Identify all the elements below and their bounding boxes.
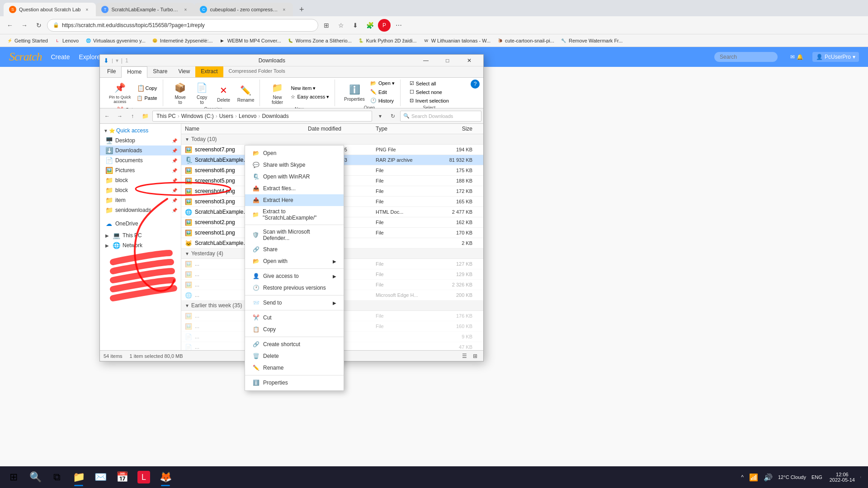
new-folder-button[interactable]: 📁 Newfolder (267, 80, 287, 106)
ctx-open[interactable]: 📂 Open (245, 147, 344, 159)
breadcrumb-lenovo[interactable]: Lenovo (239, 113, 256, 119)
tray-show-hidden[interactable]: ^ (739, 473, 745, 481)
history-button[interactable]: 🕐 History (368, 97, 396, 104)
ctx-share[interactable]: 🔗 Share (245, 244, 344, 255)
col-date[interactable]: Date modified (308, 126, 376, 132)
nav-refresh-button[interactable]: ↻ (387, 111, 398, 122)
search-taskbar-button[interactable]: 🔍 (25, 467, 45, 487)
nav-up-button[interactable]: ↑ (127, 111, 138, 122)
taskbar-firefox[interactable]: 🦊 (156, 467, 175, 487)
ctx-share-skype[interactable]: 💬 Share with Skype (245, 159, 344, 171)
breadcrumb-windows[interactable]: Windows (C:) (181, 113, 214, 119)
task-view-button[interactable]: ⧉ (47, 467, 67, 487)
ribbon-tab-home[interactable]: Home (121, 66, 147, 78)
ctx-extract-here[interactable]: 📤 Extract Here (245, 194, 344, 206)
sidebar-item-block1[interactable]: 📁 block 📌 (100, 175, 181, 185)
open-button[interactable]: 📂 Open ▾ (368, 80, 396, 87)
tab-close-turbowarp[interactable]: × (182, 6, 189, 13)
bookmark-python[interactable]: 🐍 Kurk Python 2D žaidi... (355, 37, 420, 45)
ctx-give-access[interactable]: 👤 Give access to ▶ (245, 270, 344, 282)
breadcrumb-users[interactable]: Users (219, 113, 233, 119)
sidebar-quick-access[interactable]: ▼ ⭐ Quick access (100, 126, 181, 136)
delete-button[interactable]: ✕ Delete (214, 82, 234, 103)
ctx-open-winrar[interactable]: 🗜️ Open with WinRAR (245, 171, 344, 183)
ctx-restore-versions[interactable]: 🕐 Restore previous versions (245, 282, 344, 294)
address-bar[interactable]: 🔒 https://scratch.mit.edu/discuss/topic/… (47, 19, 318, 32)
properties-button[interactable]: ℹ️ Properties (342, 81, 367, 103)
settings-icon[interactable]: ⋯ (392, 19, 405, 32)
back-button[interactable]: ← (4, 19, 16, 32)
ctx-scan-defender[interactable]: 🛡️ Scan with Microsoft Defender... (245, 226, 344, 244)
copy-to-button[interactable]: 📄 Copyto (192, 80, 212, 106)
explorer-search-bar[interactable]: 🔍 Search Downloads (400, 111, 481, 122)
ribbon-tab-share[interactable]: Share (147, 66, 173, 77)
invert-selection-button[interactable]: ⊡ Invert selection (408, 97, 451, 104)
nav-back-button[interactable]: ← (102, 111, 113, 122)
maximize-button[interactable]: □ (437, 55, 458, 66)
taskbar-mail[interactable]: ✉️ (90, 467, 110, 487)
details-view-button[interactable]: ☰ (460, 352, 469, 361)
col-type[interactable]: Type (376, 126, 439, 132)
tray-wifi[interactable]: 📶 (747, 472, 760, 483)
scratch-user-menu[interactable]: 👤 PcUserPro ▾ (812, 52, 859, 62)
new-item-button[interactable]: New item ▾ (289, 84, 331, 92)
bookmark-snail[interactable]: 🐌 cute-cartoon-snail-pi... (494, 37, 557, 45)
nav-dropdown-button[interactable]: ▾ (375, 111, 386, 122)
bookmark-watermark[interactable]: 🔧 Remove Watermark Fr... (558, 37, 625, 45)
select-none-button[interactable]: ☐ Select none (408, 88, 451, 96)
copy-button[interactable]: 📋 Copy (135, 83, 159, 94)
ctx-extract-to[interactable]: 📁 Extract to "ScratchLabExample/" (245, 206, 344, 223)
breadcrumb-this-pc[interactable]: This PC (156, 113, 176, 119)
ribbon-tab-compressed[interactable]: Compressed Folder Tools (223, 66, 291, 77)
favorites-icon[interactable]: ☆ (335, 19, 347, 32)
show-desktop-button[interactable] (860, 476, 864, 478)
sidebar-item-documents[interactable]: 📄 Documents 📌 (100, 155, 181, 165)
col-size[interactable]: Size (439, 126, 480, 132)
bookmark-lithuanian[interactable]: W W Lithuanian talonas - W... (420, 37, 493, 45)
ctx-copy[interactable]: 📋 Copy (245, 324, 344, 335)
sidebar-item-item[interactable]: 📁 item 📌 (100, 195, 181, 205)
sidebar-item-downloads[interactable]: ⬇️ Downloads 📌 (100, 145, 181, 155)
ctx-open-with[interactable]: 📂 Open with ▶ (245, 255, 344, 267)
easy-access-button[interactable]: ☆ Easy access ▾ (289, 93, 331, 101)
tray-lang[interactable]: ENG (810, 474, 824, 481)
sidebar-item-block2[interactable]: 📁 block 📌 (100, 185, 181, 195)
file-group-today[interactable]: ▼ Today (10) (181, 134, 483, 145)
paste-button[interactable]: 📋 Paste (135, 94, 159, 102)
bookmark-virtual[interactable]: 🌐 Virtualaus gyvenimo y... (82, 37, 148, 45)
ctx-cut[interactable]: ✂️ Cut (245, 312, 344, 324)
new-tab-button[interactable]: + (295, 3, 308, 16)
bookmark-internet[interactable]: 😊 Internetinė žypsenėlė:... (149, 37, 216, 45)
start-button[interactable]: ⊞ (4, 467, 24, 487)
help-button[interactable]: ? (471, 80, 480, 89)
profile-icon[interactable]: P (378, 19, 391, 32)
pin-to-quick-access-button[interactable]: 📌 Pin to Quickaccess (107, 80, 133, 105)
bookmark-getting-started[interactable]: ⚡ Getting Started (4, 37, 51, 45)
download-icon[interactable]: ⬇ (349, 19, 362, 32)
rename-button[interactable]: ✏️ Rename (236, 82, 256, 103)
bookmark-lenovo[interactable]: L Lenovo (52, 37, 81, 45)
close-button[interactable]: ✕ (459, 55, 480, 66)
scratch-search-input[interactable] (714, 52, 778, 62)
scratch-logo[interactable]: Scratch (9, 50, 42, 64)
tab-scratch[interactable]: S Question about Scratch Lab × (4, 3, 96, 16)
tab-cubeupload[interactable]: C cubeupload - zero compressi... × (194, 3, 293, 16)
tray-clock[interactable]: 12:06 2022-05-14 (826, 471, 859, 483)
bookmark-webm[interactable]: ▶ WEBM to MP4 Conver... (217, 37, 284, 45)
ribbon-tab-view[interactable]: View (173, 66, 195, 77)
sidebar-item-network[interactable]: ▶ 🌐 Network (100, 240, 181, 250)
tray-volume[interactable]: 🔊 (762, 472, 774, 483)
tab-close-scratch[interactable]: × (83, 6, 90, 13)
col-name[interactable]: Name (185, 126, 308, 132)
ctx-create-shortcut[interactable]: 🔗 Create shortcut (245, 338, 344, 350)
scratch-nav-create[interactable]: Create (51, 53, 70, 61)
extensions-icon[interactable]: 🧩 (363, 19, 376, 32)
large-icons-view-button[interactable]: ⊞ (471, 352, 480, 361)
taskbar-lenovo[interactable]: L (134, 467, 154, 487)
ctx-extract-files[interactable]: 📤 Extract files... (245, 183, 344, 194)
forward-button[interactable]: → (18, 19, 31, 32)
select-all-button[interactable]: ☑ Select all (408, 80, 451, 87)
breadcrumb-downloads[interactable]: Downloads (262, 113, 288, 119)
sidebar-item-desktop[interactable]: 🖥️ Desktop 📌 (100, 136, 181, 145)
taskbar-file-explorer[interactable]: 📁 (69, 467, 89, 487)
